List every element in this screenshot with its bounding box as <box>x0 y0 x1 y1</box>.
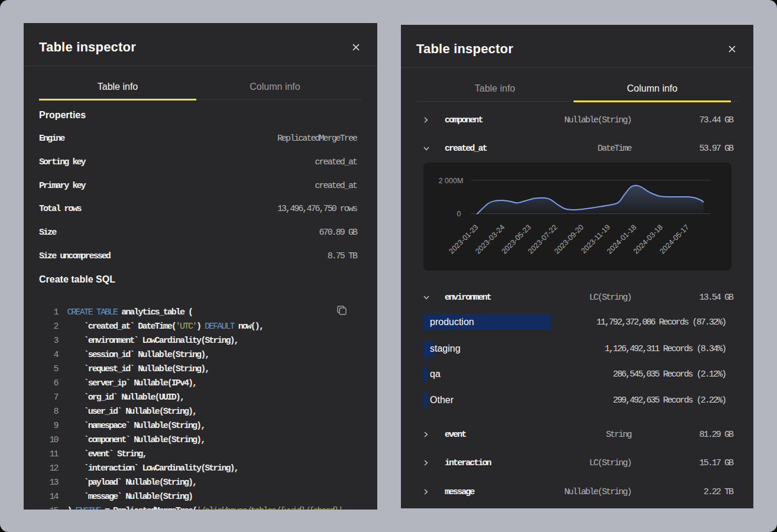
svg-text:0: 0 <box>457 210 461 218</box>
svg-text:2 000M: 2 000M <box>439 177 464 185</box>
